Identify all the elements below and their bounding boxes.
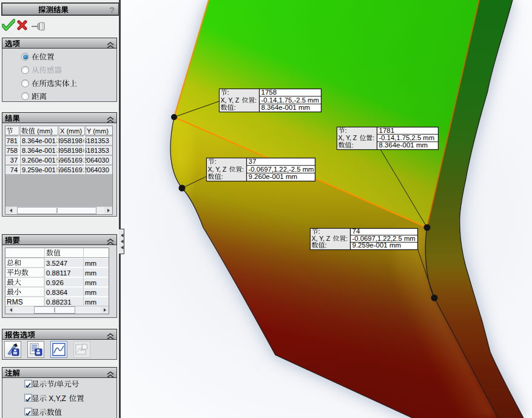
- svg-text:2064030: 2064030: [83, 157, 109, 164]
- svg-text:8.364e-001: 8.364e-001: [22, 147, 56, 154]
- svg-text:0.88231: 0.88231: [46, 298, 72, 306]
- svg-text::: :: [255, 96, 257, 104]
- svg-text:0.88117: 0.88117: [46, 269, 71, 277]
- svg-text:X (mm): X (mm): [60, 127, 82, 135]
- svg-text:0.926: 0.926: [46, 279, 64, 286]
- svg-text:9.260e-001 mm: 9.260e-001 mm: [249, 173, 298, 180]
- svg-text:5965169: 5965169: [56, 166, 82, 174]
- svg-text:-0.0697,1.22,-2.5 mm: -0.0697,1.22,-2.5 mm: [249, 166, 314, 173]
- svg-text:8.364e-001 mm: 8.364e-001 mm: [379, 141, 428, 149]
- svg-text:9.259e-001: 9.259e-001: [22, 166, 56, 174]
- svg-text::: :: [234, 104, 236, 111]
- svg-text:X, Y, Z: X, Y, Z: [312, 235, 332, 242]
- svg-text:8.364e-001 mm: 8.364e-001 mm: [261, 104, 311, 111]
- svg-text:mm: mm: [85, 260, 96, 267]
- svg-text:(mm): (mm): [35, 127, 53, 135]
- svg-text:37: 37: [249, 158, 257, 165]
- svg-text::: :: [221, 173, 223, 180]
- svg-text:-0.14,1.75,-2.5 mm: -0.14,1.75,-2.5 mm: [261, 96, 319, 104]
- svg-text:X, Y, Z: X, Y, Z: [221, 96, 241, 104]
- svg-text:-0.0697,1.22,2.5 mm: -0.0697,1.22,2.5 mm: [352, 235, 416, 242]
- svg-text:9.260e-001: 9.260e-001: [22, 157, 56, 164]
- svg-text:2064030: 2064030: [83, 166, 109, 174]
- svg-text:74: 74: [10, 166, 18, 174]
- svg-text:8.364e-001: 8.364e-001: [22, 137, 56, 144]
- svg-text:3958198: 3958198: [56, 147, 82, 154]
- svg-text::: :: [215, 158, 217, 165]
- svg-text::: :: [352, 141, 354, 149]
- svg-text:74: 74: [352, 228, 360, 235]
- svg-text::: :: [318, 228, 320, 235]
- svg-text:781: 781: [7, 137, 18, 144]
- svg-text:6181353: 6181353: [83, 137, 109, 144]
- svg-text:5965169: 5965169: [56, 157, 82, 164]
- svg-text:X, Y, Z: X, Y, Z: [208, 166, 229, 173]
- svg-text:0.8364: 0.8364: [46, 289, 68, 296]
- svg-text:3.5247: 3.5247: [46, 260, 67, 267]
- svg-text::: :: [325, 241, 327, 249]
- svg-text::: :: [345, 127, 347, 134]
- svg-text:mm: mm: [85, 298, 96, 306]
- svg-text:mm: mm: [85, 279, 96, 286]
- svg-text:-0.14,1.75,2.5 mm: -0.14,1.75,2.5 mm: [379, 134, 435, 141]
- svg-text:X,Y,Z: X,Y,Z: [47, 394, 68, 403]
- svg-text:6181353: 6181353: [83, 147, 109, 154]
- svg-text::: :: [242, 166, 244, 173]
- svg-text::: :: [372, 134, 374, 141]
- svg-text::: :: [346, 235, 348, 242]
- svg-text:mm: mm: [85, 289, 96, 296]
- svg-text:RMS: RMS: [7, 298, 23, 306]
- svg-text:1758: 1758: [261, 89, 277, 96]
- svg-text::: :: [227, 89, 229, 96]
- svg-text:mm: mm: [85, 269, 96, 277]
- svg-text:X, Y, Z: X, Y, Z: [338, 134, 359, 141]
- svg-text:/: /: [55, 380, 57, 389]
- svg-text:37: 37: [10, 157, 18, 164]
- svg-text:Y (mm): Y (mm): [87, 127, 109, 135]
- svg-text:?: ?: [109, 5, 115, 15]
- svg-text:9.259e-001 mm: 9.259e-001 mm: [352, 241, 402, 249]
- svg-text:1781: 1781: [379, 127, 395, 134]
- svg-text:758: 758: [7, 147, 18, 154]
- svg-text:3958198: 3958198: [56, 137, 82, 144]
